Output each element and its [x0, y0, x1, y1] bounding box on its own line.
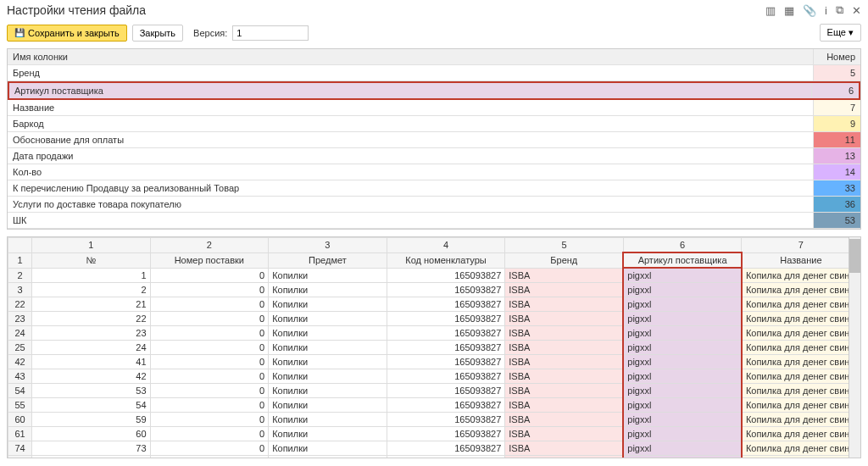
config-row[interactable]: Услуги по доставке товара покупателю36	[8, 197, 860, 213]
cell-code: 165093827	[387, 384, 505, 398]
titlebar: Настройки чтения файла ▥ ▦ 📎 i ⧉ ✕	[0, 0, 868, 20]
config-header-name: Имя колонки	[8, 49, 813, 64]
cell-name: Копилка для денег свинья большая гипсова…	[742, 268, 860, 283]
cell-no: 1	[32, 268, 151, 283]
config-cell-name: ШК	[8, 213, 813, 228]
config-row[interactable]: Бренд5	[8, 65, 860, 81]
cell-name: Копилка для денег свинья большая гипсова…	[742, 312, 860, 326]
cell-article: pigxxl	[623, 456, 742, 459]
config-header-row: Имя колонки Номер	[8, 49, 860, 65]
cell-subject: Копилки	[269, 413, 387, 427]
colnum-cell: 1	[32, 238, 151, 253]
cell-subject: Копилки	[269, 427, 387, 441]
config-cell-name: Услуги по доставке товара покупателю	[8, 197, 813, 212]
cell-name: Копилка для денег свинья большая гипсова…	[742, 398, 860, 413]
config-row[interactable]: ШК53	[8, 213, 860, 229]
config-row[interactable]: Кол-во14	[8, 164, 860, 180]
table-row[interactable]: 54530Копилки165093827ISBApigxxlКопилка д…	[8, 384, 860, 398]
config-cell-num: 53	[813, 213, 860, 228]
row-number: 3	[8, 283, 32, 297]
cell-no: 42	[32, 369, 151, 384]
header-rownum: 1	[8, 252, 32, 268]
preview-table[interactable]: 1234567 1№Номер поставкиПредметКод номен…	[8, 237, 860, 458]
cell-no: 22	[32, 312, 151, 326]
table-row[interactable]: 43420Копилки165093827ISBApigxxlКопилка д…	[8, 369, 860, 384]
table-row[interactable]: 25240Копилки165093827ISBApigxxlКопилка д…	[8, 341, 860, 355]
cell-code: 165093827	[387, 413, 505, 427]
colnum-cell: 3	[269, 238, 387, 253]
version-select[interactable]	[232, 25, 309, 41]
config-cell-num: 14	[813, 164, 860, 180]
cell-supply: 0	[150, 268, 269, 283]
cell-supply: 0	[150, 326, 269, 341]
header-supply: Номер поставки	[150, 252, 269, 268]
close-button[interactable]: Закрыть	[132, 25, 183, 42]
cell-no: 59	[32, 413, 151, 427]
config-cell-name: Кол-во	[8, 164, 813, 180]
vertical-scrollbar[interactable]	[849, 237, 860, 458]
pin-icon[interactable]: 📎	[803, 4, 816, 17]
cell-subject: Копилки	[269, 384, 387, 398]
cell-supply: 0	[150, 297, 269, 312]
row-number: 42	[8, 355, 32, 369]
cell-supply: 0	[150, 413, 269, 427]
calc-icon[interactable]: ▦	[784, 4, 794, 17]
more-button[interactable]: Еще ▾	[820, 24, 861, 42]
config-row[interactable]: Обоснование для оплаты11	[8, 132, 860, 148]
row-number: 75	[8, 456, 32, 459]
cell-brand: ISBA	[505, 355, 624, 369]
config-cell-num: 36	[813, 197, 860, 212]
table-row[interactable]: 75740Копилки165093827ISBApigxxlКопилка д…	[8, 456, 860, 459]
row-number: 54	[8, 384, 32, 398]
cell-article: pigxxl	[623, 268, 742, 283]
cell-brand: ISBA	[505, 283, 624, 297]
config-cell-name: Название	[8, 100, 813, 115]
colnum-cell: 2	[150, 238, 269, 253]
cell-subject: Копилки	[269, 369, 387, 384]
cell-code: 165093827	[387, 441, 505, 456]
cell-subject: Копилки	[269, 441, 387, 456]
config-row[interactable]: Название7	[8, 100, 860, 116]
table-row[interactable]: 24230Копилки165093827ISBApigxxlКопилка д…	[8, 326, 860, 341]
cell-no: 2	[32, 283, 151, 297]
cell-subject: Копилки	[269, 326, 387, 341]
cell-supply: 0	[150, 456, 269, 459]
cell-brand: ISBA	[505, 326, 624, 341]
table-row[interactable]: 210Копилки165093827ISBApigxxlКопилка для…	[8, 268, 860, 283]
config-cell-name: Артикул поставщика	[9, 83, 811, 98]
cell-supply: 0	[150, 427, 269, 441]
restore-icon[interactable]: ⧉	[836, 3, 843, 17]
toolbar: Сохранить и закрыть Закрыть Версия: Еще …	[0, 20, 868, 45]
config-row[interactable]: Баркод9	[8, 116, 860, 132]
table-row[interactable]: 61600Копилки165093827ISBApigxxlКопилка д…	[8, 427, 860, 441]
table-row[interactable]: 22210Копилки165093827ISBApigxxlКопилка д…	[8, 297, 860, 312]
cell-subject: Копилки	[269, 268, 387, 283]
colnum-cell: 5	[505, 238, 624, 253]
table-row[interactable]: 42410Копилки165093827ISBApigxxlКопилка д…	[8, 355, 860, 369]
report-icon[interactable]: ▥	[765, 4, 776, 17]
cell-code: 165093827	[387, 369, 505, 384]
config-row[interactable]: К перечислению Продавцу за реализованный…	[8, 180, 860, 197]
table-row[interactable]: 74730Копилки165093827ISBApigxxlКопилка д…	[8, 441, 860, 456]
header-brand: Бренд	[505, 252, 624, 268]
info-icon[interactable]: i	[825, 4, 827, 17]
table-row[interactable]: 23220Копилки165093827ISBApigxxlКопилка д…	[8, 312, 860, 326]
cell-no: 74	[32, 456, 151, 459]
cell-no: 23	[32, 326, 151, 341]
close-icon[interactable]: ✕	[852, 4, 861, 17]
config-row[interactable]: Артикул поставщика6	[8, 81, 860, 100]
cell-no: 24	[32, 341, 151, 355]
config-cell-num: 13	[813, 148, 860, 164]
save-close-button[interactable]: Сохранить и закрыть	[7, 25, 127, 42]
table-row[interactable]: 320Копилки165093827ISBApigxxlКопилка для…	[8, 283, 860, 297]
table-row[interactable]: 60590Копилки165093827ISBApigxxlКопилка д…	[8, 413, 860, 427]
cell-name: Копилка для денег свинья большая гипсова…	[742, 369, 860, 384]
cell-brand: ISBA	[505, 398, 624, 413]
table-row[interactable]: 55540Копилки165093827ISBApigxxlКопилка д…	[8, 398, 860, 413]
cell-supply: 0	[150, 384, 269, 398]
row-number: 74	[8, 441, 32, 456]
config-cell-name: Обоснование для оплаты	[8, 132, 813, 147]
cell-name: Копилка для денег свинья большая гипсова…	[742, 441, 860, 456]
config-row[interactable]: Дата продажи13	[8, 148, 860, 164]
cell-supply: 0	[150, 441, 269, 456]
